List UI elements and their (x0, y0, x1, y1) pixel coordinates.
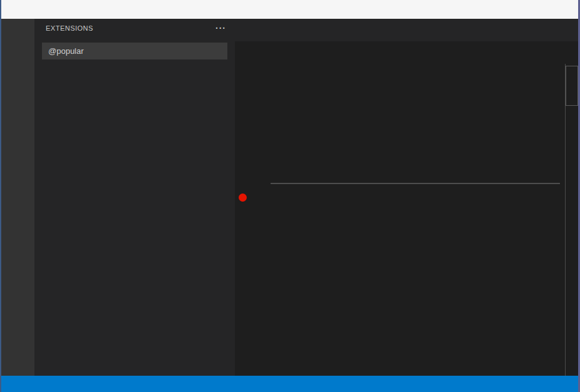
vscode-window: EXTENSIONS ··· (0, 0, 580, 392)
extensions-sidebar: EXTENSIONS ··· (34, 19, 235, 376)
workbench: EXTENSIONS ··· (1, 19, 578, 376)
editor-group (235, 19, 578, 376)
scrollbar-slider[interactable] (566, 66, 578, 106)
editor-scrollbar[interactable] (565, 64, 578, 376)
breakpoint-dot[interactable] (239, 193, 247, 202)
intellisense-suggest-widget (271, 183, 560, 184)
tab-bar (235, 19, 578, 41)
activity-bar (1, 19, 34, 376)
sidebar-more-actions-button[interactable]: ··· (215, 23, 226, 33)
menu-bar (1, 0, 578, 19)
sidebar-header: EXTENSIONS ··· (34, 19, 235, 38)
sidebar-title: EXTENSIONS (46, 24, 93, 32)
extensions-search-input[interactable] (42, 43, 227, 59)
status-bar (1, 376, 578, 392)
code-area[interactable] (235, 41, 578, 376)
